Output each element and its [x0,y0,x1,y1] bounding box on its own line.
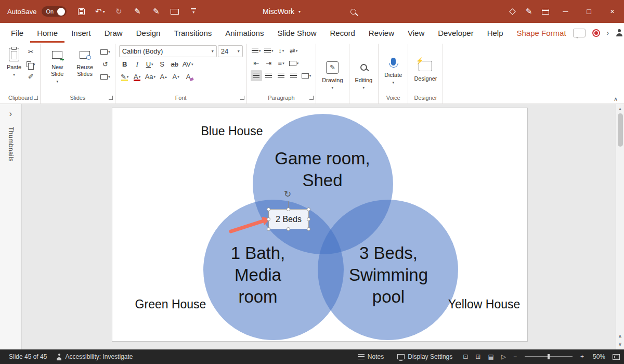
align-text-button[interactable]: ▾ [288,58,300,69]
normal-view-button[interactable]: ⊡ [461,353,470,360]
resize-handle-s[interactable] [287,227,290,231]
document-title[interactable]: MiscWork▾ [263,7,301,16]
bullets-button[interactable]: ▾ [251,45,262,56]
designer-button[interactable]: ⚡ Designer [412,57,439,82]
resize-handle-se[interactable] [307,227,310,231]
resize-handle-nw[interactable] [267,207,270,211]
previous-slide-button[interactable]: ∧ [618,332,622,340]
thumbnails-panel[interactable]: › Thumbnails [0,104,22,349]
align-center-button[interactable] [263,70,275,81]
clear-formatting-button[interactable]: A [183,71,194,82]
slide-canvas[interactable]: Blue House Game room, Shed 1 Bath, Media… [112,108,528,342]
green-house-label[interactable]: Green House [119,297,223,311]
customize-quick-access-button[interactable]: ▾ [185,0,202,23]
accessibility-status[interactable]: Accessibility: Investigate [51,353,137,360]
decrease-font-button[interactable]: A▾ [170,71,181,82]
draw-tools-button[interactable]: ✎ [521,0,537,23]
tab-design[interactable]: Design [129,23,167,43]
increase-font-button[interactable]: A▴ [158,71,169,82]
vertical-scrollbar[interactable]: ▲ ∧ ∨ [616,104,624,349]
new-slide-button[interactable]: New Slide ▾ [44,45,70,85]
resize-handle-ne[interactable] [307,207,310,211]
strikethrough-button[interactable]: ab [169,59,180,70]
font-dialog-launcher-icon[interactable] [240,96,244,100]
underline-button[interactable]: U▾ [144,59,155,70]
paste-button[interactable]: Paste ▾ [5,45,23,78]
tab-animations[interactable]: Animations [218,23,270,43]
next-slide-button[interactable]: ∨ [618,340,622,348]
start-presentation-button[interactable] [166,0,183,23]
expand-thumbnails-icon[interactable]: › [9,109,12,119]
reset-button[interactable]: ↺ [99,59,111,70]
zoom-slider[interactable] [525,356,573,357]
display-settings-button[interactable]: Display Settings [393,353,457,360]
resize-handle-n[interactable] [287,207,290,211]
format-painter-button[interactable]: ✐ [25,71,36,82]
bold-button[interactable]: B [119,59,131,70]
drawing-button[interactable]: ✎ Drawing ▾ [320,58,345,91]
yellow-house-label[interactable]: Yellow House [432,297,536,311]
layout-button[interactable]: ▾ [99,46,111,57]
font-family-select[interactable]: Calibri (Body)▾ [119,45,217,57]
italic-button[interactable]: I [132,59,143,70]
copy-button[interactable]: ▾ [25,59,36,70]
record-icon[interactable] [592,29,600,37]
text-direction-button[interactable]: ⇄▾ [288,45,300,56]
resize-handle-w[interactable] [267,217,270,221]
minimize-button[interactable]: ─ [554,0,577,23]
reading-view-button[interactable]: ▤ [486,353,495,360]
change-case-button[interactable]: Aa▾ [144,71,157,82]
tab-insert[interactable]: Insert [64,23,98,43]
tab-review[interactable]: Review [362,23,401,43]
text-shadow-button[interactable]: S [157,59,168,70]
increase-indent-button[interactable]: ⇥ [263,58,275,69]
tab-slide-show[interactable]: Slide Show [270,23,323,43]
justify-button[interactable] [288,70,300,81]
rotate-handle-icon[interactable]: ↻ [284,189,291,200]
resize-handle-sw[interactable] [267,227,270,231]
tab-help[interactable]: Help [480,23,510,43]
tab-developer[interactable]: Developer [431,23,480,43]
zoom-out-button[interactable]: − [512,353,518,360]
slideshow-view-button[interactable]: ▷ [500,353,508,360]
highlight-color-button[interactable]: ✎▾ [119,71,131,82]
ink-marker-button[interactable]: ✎ [148,0,164,23]
align-right-button[interactable] [276,70,287,81]
cut-button[interactable]: ✂ [25,46,36,57]
section-button[interactable]: ▾ [99,71,111,82]
notes-button[interactable]: Notes [353,353,388,360]
tab-view[interactable]: View [401,23,431,43]
font-size-select[interactable]: 24▾ [218,45,243,57]
comments-icon[interactable] [573,29,586,37]
undo-button[interactable]: ↶▾ [92,0,108,23]
dictate-button[interactable]: Dictate ▾ [382,53,404,86]
blue-house-label[interactable]: Blue House [180,124,284,138]
redo-button[interactable]: ↻ [110,0,127,23]
save-button[interactable] [73,0,89,23]
scroll-up-icon[interactable]: ▲ [618,106,622,112]
tab-file[interactable]: File [4,23,30,43]
convert-smartart-button[interactable]: ▾ [301,70,313,81]
tab-transitions[interactable]: Transitions [167,23,218,43]
intersection-textbox[interactable]: 2 Beds [268,209,309,229]
decrease-indent-button[interactable]: ⇤ [251,58,262,69]
tab-shape-format[interactable]: Shape Format [510,23,573,43]
columns-button[interactable]: ≡▾ [276,58,287,69]
collapse-ribbon-icon[interactable]: ∧ [614,96,618,102]
maximize-button[interactable]: □ [577,0,601,23]
tab-draw[interactable]: Draw [98,23,129,43]
reuse-slides-button[interactable]: Reuse Slides [72,45,98,77]
numbering-button[interactable]: ▾ [263,45,275,56]
zoom-level[interactable]: 50% [590,353,605,360]
tab-record[interactable]: Record [323,23,361,43]
expand-chevron-icon[interactable]: › [607,29,609,37]
font-color-button[interactable]: A▾ [132,71,143,82]
addins-button[interactable] [504,0,521,23]
align-left-button[interactable] [251,70,262,81]
slide-sorter-view-button[interactable]: ⊞ [474,353,482,360]
zoom-in-button[interactable]: + [579,353,586,360]
zoom-slider-thumb[interactable] [548,354,550,359]
search-button[interactable] [345,0,361,23]
autosave-toggle[interactable]: On [42,6,67,17]
resize-handle-e[interactable] [307,217,310,221]
